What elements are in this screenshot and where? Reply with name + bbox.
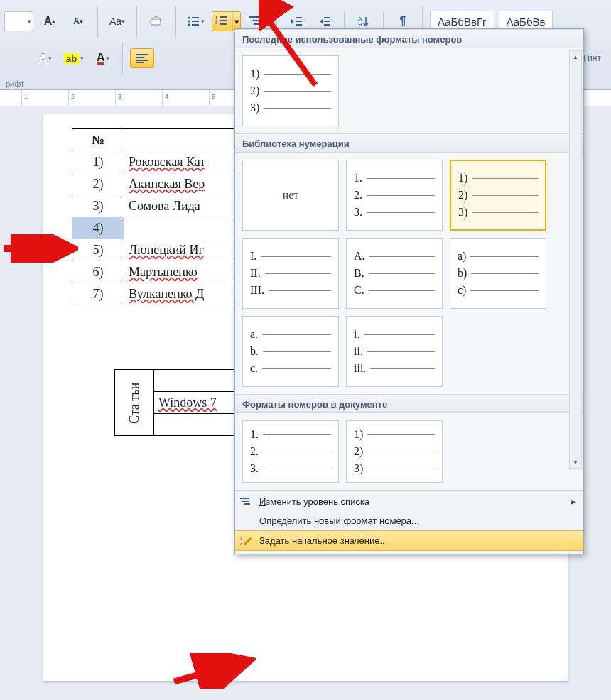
svg-text:2: 2	[239, 541, 242, 546]
text-effects-button[interactable]: A▾	[33, 48, 57, 68]
gallery-section-indoc: Форматы номеров в документе	[235, 394, 583, 413]
svg-rect-33	[244, 543, 247, 545]
svg-rect-19	[324, 17, 330, 18]
font-group-label: рифт	[6, 80, 24, 88]
svg-rect-10	[220, 20, 227, 21]
table-row[interactable]: 3)Сомова Лида	[72, 195, 261, 217]
svg-rect-15	[254, 23, 261, 25]
svg-rect-20	[324, 21, 330, 22]
swatch-lib-5[interactable]: A. B. C.	[346, 238, 443, 309]
svg-point-5	[188, 24, 190, 26]
numbering-gallery: Последние использованные форматы номеров…	[234, 28, 584, 554]
bullets-icon	[187, 16, 200, 27]
svg-point-1	[188, 17, 190, 19]
menu-define-new[interactable]: Определить новый формат номера...	[235, 511, 583, 530]
gallery-section-library: Библиотека нумерации	[235, 133, 583, 153]
articles-side-label: Ста тьи	[115, 370, 154, 436]
scroll-down-icon[interactable]: ▼	[570, 456, 581, 468]
svg-rect-25	[136, 57, 144, 58]
svg-rect-30	[244, 503, 250, 505]
swatch-lib-6[interactable]: a) b) c)	[450, 238, 546, 309]
svg-rect-4	[192, 21, 199, 22]
grow-font-button[interactable]: A▴	[38, 11, 62, 31]
swatch-none[interactable]: нет	[242, 160, 339, 231]
table-row[interactable]: 7)Вулканенко Д	[72, 283, 261, 305]
svg-rect-2	[192, 17, 199, 18]
swatch-doc-1[interactable]: 1. 2. 3.	[242, 420, 339, 483]
table-row[interactable]: 1)Роковская Кат	[72, 151, 261, 173]
swatch-lib-3-selected[interactable]: 1) 2) 3)	[450, 160, 546, 231]
gallery-section-recent: Последние использованные форматы номеров	[235, 29, 583, 48]
svg-rect-24	[136, 54, 148, 55]
indent-levels-icon	[239, 496, 252, 508]
gallery-menu: Изменить уровень списка ▶ Определить нов…	[235, 490, 583, 552]
svg-rect-28	[240, 498, 249, 499]
outdent-icon	[291, 16, 302, 26]
numbering-icon: 123	[215, 16, 228, 27]
indent-icon	[319, 16, 330, 26]
bullets-button[interactable]: ▾	[183, 11, 207, 31]
svg-rect-21	[324, 24, 330, 26]
svg-rect-12	[220, 23, 227, 25]
svg-rect-18	[296, 24, 302, 26]
clear-formatting-button[interactable]	[144, 11, 168, 31]
highlight-button[interactable]: ab ▾	[61, 48, 87, 68]
menu-change-level[interactable]: Изменить уровень списка ▶	[235, 492, 583, 511]
svg-text:Я: Я	[358, 21, 362, 27]
swatch-doc-2[interactable]: 1) 2) 3)	[346, 420, 443, 483]
svg-text:3: 3	[215, 23, 218, 27]
align-left-button[interactable]	[130, 48, 154, 68]
svg-rect-0	[151, 19, 161, 25]
menu-set-value[interactable]: 12 Задать начальное значение...	[235, 530, 583, 551]
svg-rect-8	[220, 16, 227, 18]
gallery-scrollbar[interactable]: ▲ ▼	[569, 50, 582, 469]
shrink-font-button[interactable]: A▾	[66, 11, 90, 31]
swatch-lib-8[interactable]: i. ii. iii.	[346, 316, 443, 387]
align-left-icon	[136, 53, 148, 63]
eraser-icon	[149, 15, 163, 28]
table-header-number: №	[72, 129, 124, 151]
swatch-lib-7[interactable]: a. b. c.	[242, 316, 339, 387]
svg-point-3	[188, 21, 190, 23]
font-color-button[interactable]: A ▾	[91, 48, 115, 68]
set-value-icon: 12	[239, 535, 252, 547]
font-size-dropdown[interactable]: ▾	[4, 11, 33, 31]
svg-rect-16	[296, 17, 302, 18]
table-row[interactable]: 2)Акинская Вер	[72, 173, 261, 195]
sort-icon: AЯ	[358, 16, 369, 27]
names-table[interactable]: № 1)Роковская Кат 2)Акинская Вер 3)Сомов…	[72, 128, 261, 305]
svg-text:1: 1	[239, 536, 242, 541]
swatch-lib-2[interactable]: 1. 2. 3.	[346, 160, 443, 231]
svg-rect-14	[252, 20, 260, 21]
svg-rect-17	[296, 21, 302, 22]
swatch-lib-4[interactable]: I. II. III.	[242, 238, 339, 309]
submenu-arrow-icon: ▶	[571, 498, 576, 505]
swatch-recent-1[interactable]: 1) 2) 3)	[242, 55, 339, 126]
table-row[interactable]: 5)Люпецкий Иг	[72, 239, 261, 261]
svg-rect-13	[249, 16, 259, 18]
multilevel-icon	[249, 16, 261, 27]
svg-rect-6	[192, 24, 199, 26]
svg-rect-29	[242, 501, 249, 502]
scroll-up-icon[interactable]: ▲	[570, 51, 581, 62]
change-case-button[interactable]: Aa▾	[105, 11, 129, 31]
table-row-selected[interactable]: 4)	[72, 217, 261, 239]
svg-rect-26	[136, 60, 148, 61]
svg-rect-27	[136, 62, 144, 63]
table-row[interactable]: 6)Мартыненко	[72, 261, 261, 283]
